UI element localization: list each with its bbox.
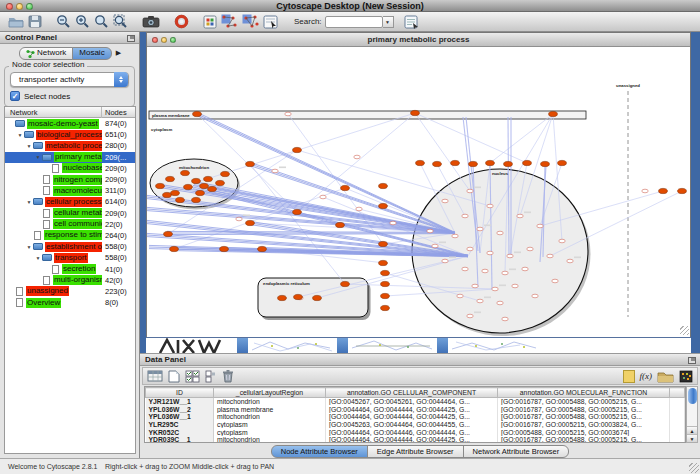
graph-node[interactable] [467, 247, 473, 251]
tree-row[interactable]: cell communicat22(0) [5, 219, 135, 230]
graph-node[interactable] [427, 229, 433, 233]
tab-mosaic[interactable]: Mosaic [72, 47, 111, 60]
graph-node[interactable] [457, 294, 463, 298]
graph-node[interactable] [522, 267, 528, 271]
graph-node[interactable] [354, 155, 360, 159]
graph-node-selected[interactable] [523, 160, 532, 165]
graph-node-selected[interactable] [659, 188, 668, 193]
zoom-actual-icon[interactable] [94, 14, 109, 30]
expander-icon[interactable]: ▼ [16, 132, 24, 138]
legend-icon[interactable] [203, 14, 217, 30]
graph-node[interactable] [452, 234, 458, 238]
graph-node-selected[interactable] [258, 246, 267, 251]
tree-row[interactable]: ▼primary metabo209(... [5, 152, 135, 163]
graph-node-selected[interactable] [558, 160, 567, 165]
graph-node-selected[interactable] [433, 161, 442, 166]
open-session-icon[interactable] [8, 14, 24, 30]
window-titlebar[interactable]: Cytoscape Desktop (New Session) [0, 0, 700, 12]
tab-overflow-arrow[interactable]: ▶ [116, 49, 121, 57]
tree-row[interactable]: nucleobase-con209(0) [5, 163, 135, 174]
graph-node-selected[interactable] [293, 209, 302, 214]
expander-icon[interactable]: ▼ [25, 143, 33, 149]
graph-node-selected[interactable] [313, 295, 322, 300]
tree-row[interactable]: response to stimulu264(0) [5, 230, 135, 241]
graph-node[interactable] [502, 317, 508, 321]
background-window-titlebar[interactable] [437, 338, 448, 353]
app-resize-grip[interactable] [689, 463, 699, 473]
float-panel-icon[interactable] [127, 35, 135, 42]
graph-node-selected[interactable] [164, 231, 173, 236]
graph-node-selected[interactable] [156, 183, 165, 188]
graph-node-selected[interactable] [200, 183, 209, 188]
tab-network-attribute-browser[interactable]: Network Attribute Browser [463, 445, 570, 458]
tree-row[interactable]: secretion41(0) [5, 263, 135, 274]
minimize-button[interactable] [16, 3, 23, 10]
float-panel-icon[interactable] [688, 357, 696, 364]
graph-node[interactable] [497, 301, 503, 305]
select-attributes-icon[interactable] [185, 369, 200, 384]
table-row[interactable]: YJR121W__1mitochondrion[GO:0045267, GO:0… [146, 398, 685, 406]
background-windows-strip[interactable] [146, 337, 691, 353]
expander-icon[interactable]: ▼ [34, 255, 42, 261]
tree-row[interactable]: cellular metabol209(0) [5, 208, 135, 219]
scrollbar-thumb[interactable] [688, 388, 697, 404]
table-column-header[interactable]: ID [146, 388, 214, 398]
table-row[interactable]: YDR039C__1mitochondrion[GO:0044464, GO:0… [146, 436, 685, 443]
network-window-titlebar[interactable]: primary metabolic process [147, 33, 690, 47]
attribute-matrix-icon[interactable] [679, 369, 693, 384]
tree-row[interactable]: ▼biological_process651(0) [5, 129, 135, 140]
background-window-titlebar[interactable] [337, 338, 348, 353]
graph-node-selected[interactable] [381, 270, 390, 275]
inner-close-button[interactable] [152, 37, 158, 43]
zoom-window-button[interactable] [26, 3, 33, 10]
graph-node-selected[interactable] [451, 160, 460, 165]
expander-icon[interactable]: ▼ [25, 199, 33, 205]
graph-node[interactable] [236, 217, 242, 221]
graph-node[interactable] [272, 169, 278, 173]
graph-node[interactable] [492, 287, 498, 291]
window-resize-grip[interactable] [680, 326, 689, 335]
tree-row[interactable]: mosaic-demo-yeast874(0) [5, 118, 135, 129]
graph-node-selected[interactable] [379, 241, 388, 246]
graph-node-selected[interactable] [204, 176, 213, 181]
graph-node-selected[interactable] [221, 171, 230, 176]
tree-row[interactable]: macromolecule311(0) [5, 185, 135, 196]
graph-node[interactable] [442, 259, 448, 263]
tree-row[interactable]: multi-organism pro42(0) [5, 275, 135, 286]
graph-node-selected[interactable] [166, 176, 175, 181]
tree-row[interactable]: ▼establishment of lo558(0) [5, 241, 135, 252]
tree-row[interactable]: unassigned223(0) [5, 286, 135, 297]
attribute-config-icon[interactable] [147, 369, 163, 384]
expander-icon[interactable]: ▼ [25, 244, 33, 250]
graph-node[interactable] [497, 231, 503, 235]
zoom-selected-icon[interactable] [113, 14, 128, 30]
graph-node-selected[interactable] [541, 161, 550, 166]
graph-node-selected[interactable] [208, 186, 217, 191]
graph-node[interactable] [442, 199, 448, 203]
graph-node[interactable] [507, 254, 513, 258]
graph-node-selected[interactable] [192, 178, 201, 183]
graph-node[interactable] [462, 214, 468, 218]
table-scrollbar[interactable]: ▲ ▼ [686, 386, 698, 443]
graph-node[interactable] [477, 227, 483, 231]
graph-node-selected[interactable] [379, 203, 388, 208]
graph-node-selected[interactable] [216, 180, 225, 185]
delete-attribute-icon[interactable] [221, 369, 234, 384]
graph-node-selected[interactable] [486, 160, 495, 165]
graph-node-selected[interactable] [181, 170, 190, 175]
graph-node[interactable] [477, 299, 483, 303]
graph-node-selected[interactable] [504, 161, 513, 166]
graph-node-selected[interactable] [549, 111, 558, 116]
graph-node-selected[interactable] [171, 190, 180, 195]
formula-builder-icon[interactable]: f(x) [640, 369, 653, 384]
create-attribute-icon[interactable] [168, 369, 180, 384]
graph-node[interactable] [532, 294, 538, 298]
graph-node-selected[interactable] [336, 222, 345, 227]
snapshot-icon[interactable] [142, 14, 160, 30]
table-row[interactable]: YPL036W__2plasma membrane[GO:0044464, GO… [146, 405, 685, 413]
table-row[interactable]: YKR052Ccytoplasm[GO:0044464, GO:0044446,… [146, 428, 685, 436]
tab-network[interactable]: Network [19, 47, 73, 60]
graph-node[interactable] [467, 189, 473, 193]
network-canvas[interactable]: plasma membranecytoplasmmitochondrionnuc… [147, 47, 690, 337]
attribute-browser-icon[interactable] [404, 14, 419, 30]
